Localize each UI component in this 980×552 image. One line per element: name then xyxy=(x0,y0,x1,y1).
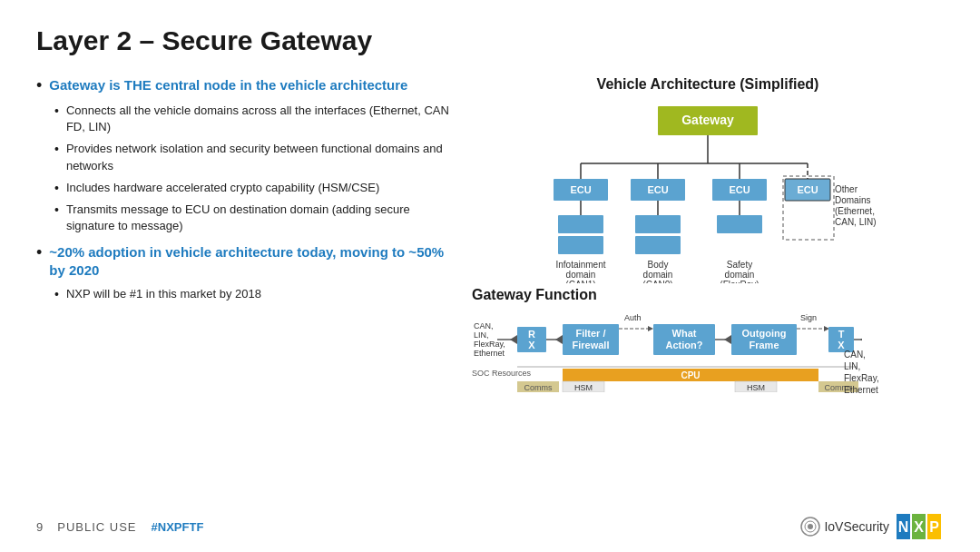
svg-text:domain: domain xyxy=(725,270,755,280)
sub-bullet-1-3: • Includes hardware accelerated crypto c… xyxy=(54,180,454,196)
svg-rect-19 xyxy=(558,215,603,233)
bullet-2: • ~20% adoption in vehicle architecture … xyxy=(36,243,454,279)
svg-text:X: X xyxy=(528,340,535,350)
slide: Layer 2 – Secure Gateway • Gateway is TH… xyxy=(0,0,980,552)
svg-text:Comms: Comms xyxy=(524,383,553,392)
gateway-function-svg: CAN, LIN, FlexRay, Ethernet R X xyxy=(472,310,862,392)
svg-text:ECU: ECU xyxy=(729,184,750,195)
sub-bullet-text-1-2: Provides network isolation and security … xyxy=(66,141,454,173)
bullet-dot-1: • xyxy=(36,76,42,95)
svg-text:CAN,: CAN, xyxy=(474,321,494,330)
footer: 9 PUBLIC USE #NXPFTF IoVSecurity N xyxy=(36,514,944,539)
svg-rect-21 xyxy=(635,215,681,233)
sub-bullet-dot: • xyxy=(54,287,59,301)
slide-title: Layer 2 – Secure Gateway xyxy=(36,25,944,56)
svg-text:(CAN0): (CAN0) xyxy=(642,280,672,283)
svg-rect-20 xyxy=(558,236,603,254)
svg-text:HSM: HSM xyxy=(747,383,765,392)
sub-bullet-1-1: • Connects all the vehicle domains acros… xyxy=(54,103,454,135)
svg-text:(Ethernet,: (Ethernet, xyxy=(835,206,875,216)
svg-text:ECU: ECU xyxy=(797,184,818,195)
vehicle-arch-title: Vehicle Architecture (Simplified) xyxy=(472,76,944,93)
svg-text:Ethernet: Ethernet xyxy=(474,349,505,358)
footer-right: IoVSecurity N X P xyxy=(800,514,944,539)
iovsecurity-text: IoVSecurity xyxy=(824,519,889,534)
content-area: • Gateway is THE central node in the veh… xyxy=(36,76,944,396)
svg-text:Domains: Domains xyxy=(835,195,870,205)
gw-function-title: Gateway Function xyxy=(472,287,944,303)
bullet-dot-2: • xyxy=(36,243,42,262)
svg-text:X: X xyxy=(914,519,924,535)
svg-text:FlexRay,: FlexRay, xyxy=(474,340,505,349)
svg-text:Action?: Action? xyxy=(666,340,703,350)
svg-text:LIN,: LIN, xyxy=(474,330,489,340)
sub-bullet-dot: • xyxy=(54,142,59,156)
right-column: Vehicle Architecture (Simplified) Gatewa… xyxy=(472,76,944,396)
svg-text:domain: domain xyxy=(566,270,596,280)
svg-text:Other: Other xyxy=(835,184,858,194)
svg-text:Gateway: Gateway xyxy=(681,113,734,127)
page-number: 9 xyxy=(36,520,43,534)
svg-text:(CAN1): (CAN1) xyxy=(565,280,595,283)
svg-text:What: What xyxy=(672,328,697,339)
hashtag-label: #NXPFTF xyxy=(152,520,204,534)
iovsecurity-icon xyxy=(800,517,820,537)
iovsecurity-brand: IoVSecurity xyxy=(800,517,889,537)
sub-bullet-2-1: • NXP will be #1 in this market by 2018 xyxy=(54,286,454,302)
nxp-logo: N X P xyxy=(897,514,944,539)
nxp-logo-svg: N X P xyxy=(897,514,944,539)
sub-bullet-dot: • xyxy=(54,104,59,118)
svg-text:Sign: Sign xyxy=(800,313,817,322)
sub-bullet-dot: • xyxy=(54,202,59,217)
svg-text:Firewall: Firewall xyxy=(573,340,610,350)
svg-text:Safety: Safety xyxy=(727,260,752,270)
left-column: • Gateway is THE central node in the veh… xyxy=(36,76,454,396)
sub-bullet-text-1-3: Includes hardware accelerated crypto cap… xyxy=(66,180,379,196)
svg-point-85 xyxy=(808,524,813,529)
svg-text:domain: domain xyxy=(643,270,673,280)
public-use-label: PUBLIC USE xyxy=(57,520,136,534)
svg-text:CAN, LIN): CAN, LIN) xyxy=(835,217,877,227)
svg-text:(FlexRay): (FlexRay) xyxy=(720,280,759,283)
svg-text:ECU: ECU xyxy=(647,184,668,195)
svg-rect-22 xyxy=(635,236,681,254)
svg-text:Frame: Frame xyxy=(749,340,779,350)
svg-text:Infotainment: Infotainment xyxy=(555,260,605,270)
vehicle-arch-diagram: Gateway ECU ECU ECU xyxy=(472,102,944,283)
sub-bullet-text-2-1: NXP will be #1 in this market by 2018 xyxy=(66,286,261,302)
sub-bullet-text-1-1: Connects all the vehicle domains across … xyxy=(66,103,454,135)
sub-bullet-1-4: • Transmits message to ECU on destinatio… xyxy=(54,202,454,234)
svg-text:Filter /: Filter / xyxy=(575,328,605,339)
svg-text:N: N xyxy=(898,519,909,535)
footer-left: 9 PUBLIC USE #NXPFTF xyxy=(36,520,203,534)
svg-rect-23 xyxy=(717,215,762,233)
sub-bullets-2: • NXP will be #1 in this market by 2018 xyxy=(54,286,454,302)
bullet-2-text: ~20% adoption in vehicle architecture to… xyxy=(49,243,454,279)
svg-text:CPU: CPU xyxy=(681,370,700,380)
svg-text:HSM: HSM xyxy=(574,383,593,392)
gateway-function-section: Gateway Function CAN, LIN, FlexRay, Ethe… xyxy=(472,287,944,396)
sub-bullet-text-1-4: Transmits message to ECU on destination … xyxy=(66,202,454,234)
svg-text:T: T xyxy=(838,329,845,340)
svg-text:R: R xyxy=(528,329,535,340)
sub-bullet-dot: • xyxy=(54,181,59,195)
svg-text:SOC Resources: SOC Resources xyxy=(472,369,532,378)
bullet-1: • Gateway is THE central node in the veh… xyxy=(36,76,454,95)
sub-bullet-1-2: • Provides network isolation and securit… xyxy=(54,141,454,173)
svg-marker-54 xyxy=(648,326,653,331)
flow-output-label: CAN, LIN, FlexRay, Ethernet xyxy=(844,349,944,396)
svg-text:Body: Body xyxy=(648,260,669,270)
svg-text:ECU: ECU xyxy=(570,184,591,195)
svg-text:Outgoing: Outgoing xyxy=(742,328,787,339)
vehicle-arch-svg: Gateway ECU ECU ECU xyxy=(517,102,898,283)
sub-bullets-1: • Connects all the vehicle domains acros… xyxy=(54,103,454,234)
svg-text:Auth: Auth xyxy=(624,313,642,322)
svg-text:P: P xyxy=(929,519,939,535)
bullet-1-text: Gateway is THE central node in the vehic… xyxy=(49,76,407,94)
